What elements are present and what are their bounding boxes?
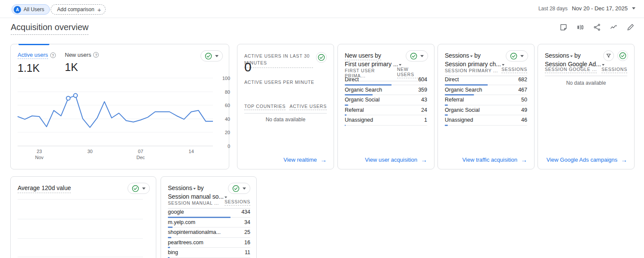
line-chart[interactable]: 02040608010023Nov3007Dec14 (18, 78, 213, 146)
realtime-card: ACTIVE USERS IN LAST 30 MINUTES 0 ACTIVE… (237, 44, 334, 169)
column-header-metric: SESSIONS (501, 67, 527, 73)
table-row: shopinternationalma...25 (168, 227, 250, 238)
sessions-manual-source-card: Sessions by Session manual so... SESSION… (161, 176, 257, 258)
top-bar: A All Users Add comparison + Last 28 day… (0, 0, 644, 18)
y-axis-tick: 20 (215, 130, 230, 135)
google-ads-card: Sessions by Session Google Ad... SESSION… (538, 44, 635, 169)
column-header-metric: SESSIONS (225, 199, 250, 206)
chevron-down-icon (225, 197, 227, 198)
arrow-right-icon: → (421, 156, 427, 163)
metric-label: Active users (18, 52, 48, 59)
chevron-down-icon (243, 187, 246, 190)
data-quality-check-icon (205, 52, 212, 60)
row-value: 359 (418, 87, 427, 93)
insights-icon[interactable] (610, 23, 618, 31)
data-quality-check-icon (619, 52, 626, 59)
date-range-picker[interactable]: Last 28 days Nov 20 - Dec 17, 2025 (538, 5, 635, 12)
distribution-bar (445, 125, 448, 126)
row-label: Organic Search (445, 87, 482, 93)
distribution-bar (345, 125, 346, 126)
chevron-down-icon (215, 55, 219, 57)
new-users-card: New users by First user primary ... FIRS… (337, 44, 434, 169)
active-users-line-series (18, 78, 213, 146)
metric-label: New users (65, 52, 91, 58)
row-value: 43 (421, 97, 427, 103)
row-label: Unassigned (345, 117, 373, 123)
row-label: m.yelp.com (168, 219, 195, 225)
row-label: Organic Social (345, 97, 380, 103)
row-value: 46 (521, 117, 527, 123)
table-row: Unassigned46 (445, 115, 527, 126)
data-quality-pill[interactable] (128, 183, 150, 194)
arrow-right-icon: → (521, 156, 527, 163)
table-row: m.yelp.com34 (168, 218, 250, 228)
row-value: 434 (241, 209, 250, 215)
dimension-table: Direct604Organic Search359Organic Social… (345, 75, 427, 126)
arrow-right-icon: → (621, 156, 627, 163)
table-row: google434 (168, 207, 250, 218)
view-traffic-acquisition-link[interactable]: View traffic acquisition → (462, 156, 527, 163)
gridline (18, 257, 143, 257)
page-title: Acquisition overview (11, 22, 88, 35)
data-quality-pill[interactable] (228, 183, 250, 194)
metric-picker[interactable]: Sessions (445, 52, 473, 59)
dimension-table: google434m.yelp.com34shopinternationalma… (168, 207, 250, 258)
help-icon[interactable]: ? (50, 52, 56, 58)
view-google-ads-campaigns-link[interactable]: View Google Ads campaigns → (547, 156, 627, 163)
date-range-preset: Last 28 days (538, 6, 568, 12)
data-quality-button[interactable] (316, 52, 327, 63)
column-header-countries: TOP COUNTRIES (244, 104, 286, 110)
all-users-label: All Users (24, 6, 44, 12)
chevron-down-icon (602, 64, 605, 66)
users-trend-card: Active users ? 1.1K New users ? 1K 02040… (10, 44, 229, 169)
row-label: Referral (345, 107, 364, 113)
row-value: 1 (424, 117, 427, 123)
view-realtime-link[interactable]: View realtime → (283, 156, 327, 163)
add-comparison-button[interactable]: Add comparison + (51, 4, 106, 15)
table-row: Referral24 (345, 105, 427, 116)
row-value: 682 (518, 77, 527, 83)
card-metric-title: New users by (345, 52, 381, 60)
data-quality-pill[interactable] (200, 50, 223, 61)
comparison-icon[interactable] (576, 23, 584, 31)
realtime-value: 0 (244, 60, 252, 74)
edit-pencil-icon[interactable] (626, 23, 635, 31)
chevron-down-icon (470, 55, 473, 57)
chevron-down-icon (520, 55, 524, 57)
sessions-channel-card: Sessions by Session primary ch... SESSIO… (437, 44, 535, 169)
feedback-note-icon[interactable] (559, 23, 568, 31)
help-icon[interactable]: ? (93, 52, 99, 58)
table-row: pearltrees.com16 (168, 238, 250, 248)
tab-new-users[interactable]: New users ? 1K (65, 52, 99, 74)
data-point-marker (66, 96, 70, 100)
row-label: Direct (445, 77, 459, 83)
row-label: bing (168, 249, 178, 255)
row-value: 49 (521, 107, 527, 113)
data-quality-check-icon (318, 54, 325, 61)
metric-value: 1.1K (18, 62, 56, 74)
tab-active-users[interactable]: Active users ? 1.1K (18, 52, 56, 74)
dimension-table: Direct682Organic Search467Referral50Orga… (445, 75, 527, 126)
row-label: Organic Search (345, 87, 382, 93)
add-comparison-label: Add comparison (57, 6, 94, 12)
report-actions (559, 23, 635, 31)
all-users-chip[interactable]: A All Users (12, 4, 50, 15)
metric-picker[interactable]: Sessions (168, 184, 196, 191)
data-quality-pill[interactable] (406, 50, 428, 61)
filter-button[interactable] (603, 50, 614, 61)
data-quality-check-icon (232, 185, 240, 192)
row-value: 604 (418, 77, 427, 83)
selected-tab-indicator (18, 44, 49, 45)
gridline (18, 199, 143, 200)
data-quality-check-icon (510, 52, 517, 60)
data-quality-button[interactable] (617, 50, 628, 61)
table-row: Organic Social43 (345, 95, 427, 105)
gridline (18, 238, 143, 239)
table-row: Referral50 (445, 95, 527, 105)
data-quality-pill[interactable] (506, 50, 528, 61)
metric-picker[interactable]: Sessions (545, 52, 573, 59)
column-header-metric: SESSIONS (601, 67, 627, 73)
view-user-acquisition-link[interactable]: View user acquisition → (365, 156, 427, 163)
y-axis-tick: 80 (215, 89, 230, 95)
share-icon[interactable] (593, 23, 601, 31)
